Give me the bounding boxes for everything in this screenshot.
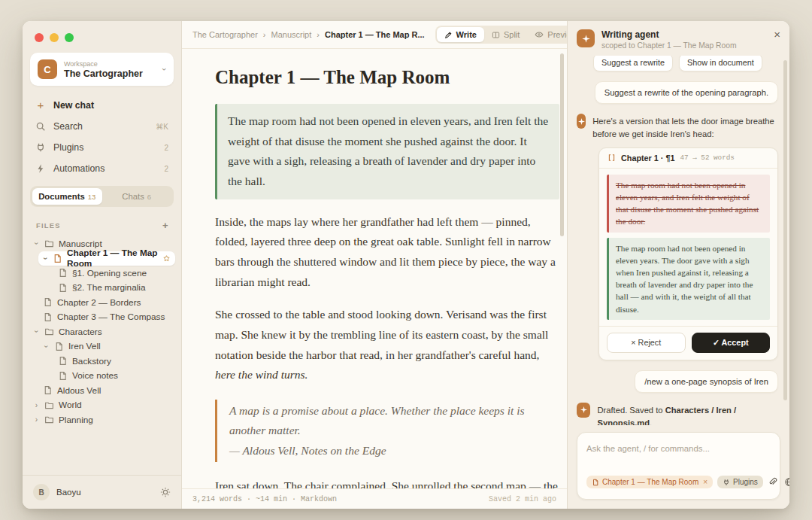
editor-scrollbar[interactable]	[560, 53, 564, 236]
editor-toolbar: The Cartographer › Manuscript › Chapter …	[182, 21, 567, 49]
file-icon	[592, 479, 599, 486]
star-icon[interactable]	[162, 254, 171, 263]
document-title: Chapter 1 — The Map Room	[215, 67, 559, 88]
new-chat-button[interactable]: + New chat	[30, 95, 174, 116]
blockquote[interactable]: A map is a promise about a place. Whethe…	[215, 400, 559, 462]
chevron-down-icon[interactable]: ›	[32, 328, 41, 335]
sidebar-item-plugins[interactable]: Plugins 2	[30, 137, 174, 158]
tree-item-voice-notes[interactable]: Voice notes	[53, 369, 175, 384]
user-message: /new a one-page synopsis of Iren	[635, 370, 778, 393]
paperclip-icon[interactable]	[768, 477, 777, 487]
plugins-chip[interactable]: Plugins	[717, 476, 763, 488]
agent-sparkle-icon	[577, 114, 586, 129]
file-icon	[43, 297, 53, 307]
user-name: Baoyu	[56, 488, 81, 497]
chat-scrollbar[interactable]	[783, 60, 787, 400]
search-shortcut: ⌘K	[156, 123, 168, 131]
highlighted-paragraph[interactable]: The map room had not been opened in elev…	[215, 104, 559, 199]
context-chip-document[interactable]: Chapter 1 — The Map Room ×	[586, 476, 713, 488]
chevron-down-icon[interactable]: ›	[32, 240, 41, 247]
diff-target: Chapter 1 · ¶1	[621, 154, 674, 163]
tree-item-chapter-3[interactable]: Chapter 3 — The Compass	[38, 310, 175, 325]
agent-panel: Writing agent scoped to Chapter 1 — The …	[567, 21, 789, 509]
search-button[interactable]: Search ⌘K	[30, 116, 174, 137]
composer-icons: ↑	[768, 473, 789, 491]
breadcrumb-workspace[interactable]: The Cartographer	[192, 30, 258, 39]
tree-item-aldous-vell[interactable]: Aldous Vell	[38, 383, 175, 398]
accept-button[interactable]: ✓ Accept	[692, 333, 771, 353]
diff-actions: × Reject ✓ Accept	[599, 326, 777, 360]
remove-chip-icon[interactable]: ×	[703, 478, 707, 486]
quote-text: A map is a promise about a place. Whethe…	[229, 401, 559, 441]
close-icon[interactable]: ×	[774, 29, 780, 40]
breadcrumb-folder[interactable]: Manuscript	[271, 30, 312, 39]
agent-message-text: Here's a version that lets the door imag…	[592, 114, 778, 141]
tab-write[interactable]: Write	[437, 27, 484, 42]
agent-header: Writing agent scoped to Chapter 1 — The …	[568, 21, 789, 56]
agent-title: Writing agent	[601, 29, 737, 40]
workspace-switcher[interactable]: C Workspace The Cartographer ›	[30, 53, 174, 86]
plugins-count: 2	[164, 144, 168, 152]
tree-item-planning[interactable]: › Planning	[29, 412, 175, 427]
breadcrumb-document[interactable]: Chapter 1 — The Map R...	[325, 30, 425, 39]
theme-toggle-sun-icon[interactable]	[160, 487, 171, 497]
app-window: C Workspace The Cartographer › + New cha…	[23, 21, 789, 509]
breadcrumb-separator: ›	[263, 30, 266, 39]
suggest-rewrite-button[interactable]: Suggest a rewrite	[593, 56, 673, 71]
folder-icon	[44, 415, 54, 424]
tree-item-backstory[interactable]: Backstory	[53, 354, 175, 369]
tree-item-s2-the-marginalia[interactable]: §2. The marginalia	[53, 281, 175, 296]
folder-icon	[44, 239, 54, 248]
view-mode-switcher: Write Split Preview	[435, 26, 586, 44]
agent-message: Here's a version that lets the door imag…	[577, 114, 778, 141]
split-view-icon	[492, 31, 500, 39]
tree-item-chapter-2[interactable]: Chapter 2 — Borders	[38, 295, 175, 310]
brackets-icon	[607, 154, 616, 162]
sidebar-item-automations[interactable]: Automations 2	[30, 158, 174, 179]
tree-item-iren-vell[interactable]: › Iren Vell	[38, 339, 175, 354]
files-section-header: FILES +	[23, 207, 181, 236]
user-message: Suggest a rewrite of the opening paragra…	[595, 81, 778, 104]
pencil-icon	[444, 31, 453, 39]
file-icon	[54, 342, 64, 351]
reject-button[interactable]: × Reject	[607, 333, 686, 353]
paragraph[interactable]: Iren sat down. The chair complained. She…	[215, 476, 559, 488]
file-icon	[43, 385, 53, 395]
diff-body: The map room had not been opened in elev…	[599, 169, 777, 326]
zoom-window-button[interactable]	[65, 33, 74, 42]
show-in-document-button[interactable]: Show in document	[679, 56, 762, 71]
tree-item-world[interactable]: › World	[29, 398, 175, 413]
plus-icon: +	[35, 101, 46, 110]
tree-item-characters[interactable]: › Characters	[29, 324, 175, 339]
search-icon	[35, 121, 46, 132]
avatar: B	[33, 484, 50, 500]
tab-documents[interactable]: Documents 13	[32, 188, 102, 205]
add-file-button[interactable]: +	[162, 220, 169, 231]
agent-input[interactable]	[586, 444, 771, 453]
chevron-down-icon[interactable]: ›	[42, 343, 50, 350]
tree-item-chapter-1[interactable]: › Chapter 1 — The Map Room	[38, 251, 175, 266]
globe-icon[interactable]	[784, 477, 789, 487]
minimize-window-button[interactable]	[50, 33, 59, 42]
agent-scope: scoped to Chapter 1 — The Map Room	[601, 41, 737, 50]
paragraph[interactable]: Inside, the maps lay where her grandfath…	[215, 212, 559, 293]
user-footer: B Baoyu	[23, 475, 181, 509]
paragraph[interactable]: She crossed to the table and stood looki…	[215, 305, 559, 385]
diff-added-text: The map room had not been opened in elev…	[607, 238, 770, 320]
quote-attribution: — Aldous Vell, Notes on the Edge	[229, 441, 559, 461]
save-status: Saved 2 min ago	[489, 495, 556, 503]
document-canvas[interactable]: Chapter 1 — The Map Room The map room ha…	[182, 49, 567, 488]
tab-split[interactable]: Split	[484, 27, 527, 42]
close-window-button[interactable]	[35, 33, 44, 42]
tab-chats[interactable]: Chats 6	[102, 188, 172, 205]
chevron-down-icon[interactable]: ›	[41, 256, 50, 261]
italic-phrase: here the wind turns.	[215, 368, 308, 381]
editor-statusbar: 3,214 words · ~14 min · Markdown Saved 2…	[182, 488, 567, 509]
chevron-right-icon[interactable]: ›	[33, 401, 40, 409]
automations-count: 2	[164, 165, 168, 173]
file-icon	[58, 371, 68, 381]
agent-chat[interactable]: Suggest a rewrite Show in document Sugge…	[568, 56, 789, 425]
composer-toolbar: Chapter 1 — The Map Room × Plugins ↑	[586, 473, 771, 491]
chevron-right-icon[interactable]: ›	[33, 415, 40, 424]
document-body: Chapter 1 — The Map Room The map room ha…	[215, 67, 559, 488]
